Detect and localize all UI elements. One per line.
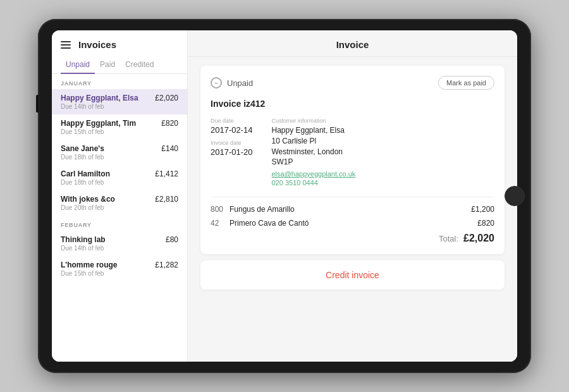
customer-phone[interactable]: 020 3510 0444 — [272, 179, 495, 187]
list-item[interactable]: Happy Eggplant, Tim £820 Due 15th of feb — [52, 114, 187, 140]
invoice-content: – Unpaid Mark as paid Invoice iz412 Due … — [188, 57, 517, 362]
invoice-list: JANUARY Happy Eggplant, Elsa £2,020 Due … — [52, 74, 187, 362]
tabs-bar: Unpaid Paid Credited — [52, 56, 187, 74]
invoice-meta: Due date 2017-02-14 Invoice date 2017-01… — [211, 118, 494, 187]
right-panel: Invoice – Unpaid Mark as paid Invoice iz… — [188, 30, 517, 362]
left-panel: Invoices Unpaid Paid Credited JANUARY Ha… — [52, 30, 188, 362]
price-1: £1,200 — [471, 205, 494, 214]
tablet-shell: Invoices Unpaid Paid Credited JANUARY Ha… — [38, 19, 531, 373]
desc-2: Primero Cava de Cantó — [229, 219, 477, 228]
line-item: 42 Primero Cava de Cantó £820 — [211, 219, 494, 228]
screen: Invoices Unpaid Paid Credited JANUARY Ha… — [52, 30, 517, 362]
line-item: 800 Fungus de Amarillo £1,200 — [211, 205, 494, 214]
invoice-date-value: 2017-01-20 — [211, 147, 253, 157]
customer-name: Happy Eggplant, Elsa10 Carlisle PlWestmi… — [272, 125, 495, 168]
price-2: £820 — [477, 219, 494, 228]
qty-2: 42 — [211, 219, 229, 228]
mark-as-paid-button[interactable]: Mark as paid — [438, 76, 494, 90]
right-panel-title: Invoice — [200, 39, 505, 50]
list-item[interactable]: Thinking lab £80 Due 14th of feb — [52, 231, 187, 256]
invoice-card: – Unpaid Mark as paid Invoice iz412 Due … — [200, 66, 505, 254]
credit-invoice-button[interactable]: Credit invoice — [211, 270, 494, 280]
list-item[interactable]: Happy Eggplant, Elsa £2,020 Due 14th of … — [52, 89, 187, 114]
status-left: – Unpaid — [211, 77, 253, 89]
credit-invoice-card[interactable]: Credit invoice — [200, 260, 505, 290]
list-item[interactable]: Carl Hamilton £1,412 Due 18th of feb — [52, 165, 187, 190]
tab-credited[interactable]: Credited — [120, 56, 159, 74]
qty-1: 800 — [211, 205, 229, 214]
right-header: Invoice — [188, 30, 517, 57]
total-value: £2,020 — [463, 233, 494, 244]
customer-email[interactable]: elsa@happyeggplant.co.uk — [272, 170, 495, 178]
customer-info-label: Customer information — [272, 118, 495, 124]
line-items: 800 Fungus de Amarillo £1,200 42 Primero… — [211, 205, 494, 228]
total-row: Total: £2,020 — [211, 233, 494, 244]
total-label: Total: — [439, 234, 458, 243]
tab-unpaid[interactable]: Unpaid — [61, 56, 95, 74]
list-item[interactable]: L'homme rouge £1,282 Due 15th of feb — [52, 256, 187, 281]
desc-1: Fungus de Amarillo — [229, 205, 471, 214]
left-header: Invoices — [52, 30, 187, 50]
meta-dates: Due date 2017-02-14 Invoice date 2017-01… — [211, 118, 253, 187]
meta-customer: Customer information Happy Eggplant, Els… — [272, 118, 495, 187]
section-january: JANUARY — [52, 74, 187, 89]
status-label: Unpaid — [227, 78, 253, 88]
status-bar: – Unpaid Mark as paid — [211, 76, 494, 90]
side-button — [36, 95, 39, 113]
divider — [211, 197, 494, 197]
list-item[interactable]: With jokes &co £2,810 Due 20th of feb — [52, 190, 187, 216]
panel-title: Invoices — [78, 39, 116, 50]
home-button[interactable] — [505, 186, 525, 206]
invoice-number: Invoice iz412 — [211, 99, 494, 109]
unpaid-icon: – — [211, 77, 222, 89]
list-item[interactable]: Sane Jane's £140 Due 18th of feb — [52, 140, 187, 165]
due-date-value: 2017-02-14 — [211, 125, 253, 135]
tab-paid[interactable]: Paid — [95, 56, 120, 74]
section-febuary: FEBUARY — [52, 216, 187, 231]
invoice-date-label: Invoice date — [211, 140, 253, 146]
menu-icon[interactable] — [61, 41, 71, 49]
due-date-label: Due date — [211, 118, 253, 124]
